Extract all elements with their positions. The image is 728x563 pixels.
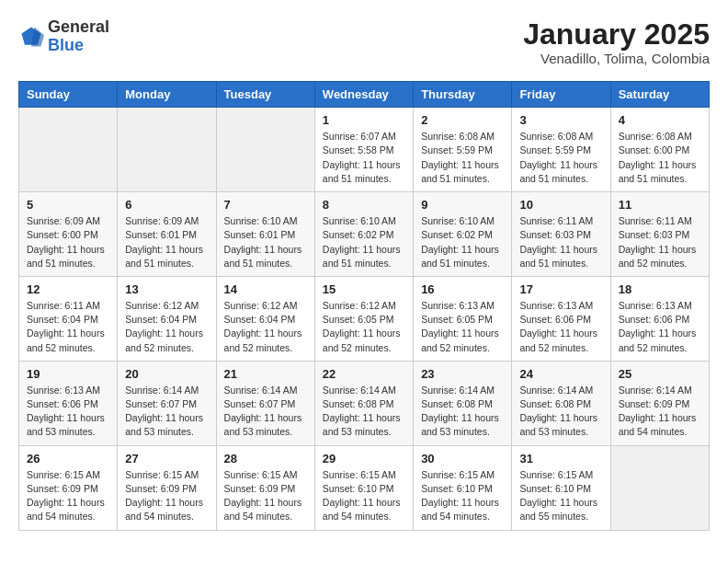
day-info: Sunrise: 6:08 AM Sunset: 6:00 PM Dayligh…: [619, 130, 701, 186]
day-number: 12: [27, 282, 109, 296]
calendar-week-row: 12Sunrise: 6:11 AM Sunset: 6:04 PM Dayli…: [19, 276, 710, 361]
day-info: Sunrise: 6:13 AM Sunset: 6:06 PM Dayligh…: [27, 384, 109, 440]
calendar-cell: 11Sunrise: 6:11 AM Sunset: 6:03 PM Dayli…: [610, 192, 709, 277]
day-info: Sunrise: 6:10 AM Sunset: 6:01 PM Dayligh…: [224, 214, 307, 270]
calendar-cell: [610, 445, 709, 530]
day-number: 3: [519, 113, 602, 127]
calendar-cell: 4Sunrise: 6:08 AM Sunset: 6:00 PM Daylig…: [610, 108, 709, 192]
calendar-cell: 9Sunrise: 6:10 AM Sunset: 6:02 PM Daylig…: [414, 192, 512, 277]
day-number: 20: [125, 367, 208, 381]
day-info: Sunrise: 6:08 AM Sunset: 5:59 PM Dayligh…: [519, 130, 602, 186]
day-header-thursday: Thursday: [414, 82, 512, 108]
day-number: 4: [619, 113, 701, 127]
calendar-cell: 20Sunrise: 6:14 AM Sunset: 6:07 PM Dayli…: [118, 361, 216, 445]
day-info: Sunrise: 6:13 AM Sunset: 6:06 PM Dayligh…: [619, 299, 701, 355]
day-number: 23: [421, 367, 504, 381]
day-info: Sunrise: 6:10 AM Sunset: 6:02 PM Dayligh…: [421, 214, 504, 270]
day-info: Sunrise: 6:14 AM Sunset: 6:08 PM Dayligh…: [323, 384, 405, 440]
day-info: Sunrise: 6:13 AM Sunset: 6:05 PM Dayligh…: [421, 299, 504, 355]
day-info: Sunrise: 6:15 AM Sunset: 6:10 PM Dayligh…: [421, 468, 504, 524]
day-info: Sunrise: 6:11 AM Sunset: 6:04 PM Dayligh…: [27, 299, 109, 355]
logo-blue-text: Blue: [48, 36, 84, 54]
calendar-cell: 16Sunrise: 6:13 AM Sunset: 6:05 PM Dayli…: [414, 276, 512, 361]
day-number: 26: [27, 452, 109, 465]
calendar-cell: 7Sunrise: 6:10 AM Sunset: 6:01 PM Daylig…: [216, 192, 314, 277]
day-info: Sunrise: 6:11 AM Sunset: 6:03 PM Dayligh…: [619, 214, 701, 270]
calendar-week-row: 19Sunrise: 6:13 AM Sunset: 6:06 PM Dayli…: [19, 361, 710, 445]
day-number: 25: [619, 367, 701, 381]
day-number: 2: [421, 113, 504, 127]
day-number: 28: [224, 452, 307, 465]
day-number: 5: [27, 198, 109, 212]
calendar-week-row: 26Sunrise: 6:15 AM Sunset: 6:09 PM Dayli…: [19, 445, 710, 530]
calendar-cell: 31Sunrise: 6:15 AM Sunset: 6:10 PM Dayli…: [512, 445, 610, 530]
day-number: 19: [27, 367, 109, 381]
day-header-sunday: Sunday: [19, 82, 118, 108]
day-header-saturday: Saturday: [610, 82, 709, 108]
day-info: Sunrise: 6:10 AM Sunset: 6:02 PM Dayligh…: [323, 214, 405, 270]
logo-icon: [18, 24, 44, 50]
calendar-week-row: 1Sunrise: 6:07 AM Sunset: 5:58 PM Daylig…: [19, 108, 710, 192]
calendar-cell: 19Sunrise: 6:13 AM Sunset: 6:06 PM Dayli…: [19, 361, 118, 445]
calendar-cell: 13Sunrise: 6:12 AM Sunset: 6:04 PM Dayli…: [118, 276, 216, 361]
page-header: General Blue January 2025 Venadillo, Tol…: [18, 18, 710, 66]
day-info: Sunrise: 6:14 AM Sunset: 6:09 PM Dayligh…: [619, 384, 701, 440]
calendar-cell: 30Sunrise: 6:15 AM Sunset: 6:10 PM Dayli…: [414, 445, 512, 530]
day-number: 8: [323, 198, 405, 212]
calendar-cell: [216, 108, 314, 192]
day-info: Sunrise: 6:09 AM Sunset: 6:01 PM Dayligh…: [125, 214, 208, 270]
day-number: 31: [519, 452, 602, 465]
calendar-cell: 22Sunrise: 6:14 AM Sunset: 6:08 PM Dayli…: [314, 361, 413, 445]
day-number: 24: [519, 367, 602, 381]
calendar-cell: 25Sunrise: 6:14 AM Sunset: 6:09 PM Dayli…: [610, 361, 709, 445]
day-info: Sunrise: 6:13 AM Sunset: 6:06 PM Dayligh…: [519, 299, 602, 355]
day-info: Sunrise: 6:14 AM Sunset: 6:07 PM Dayligh…: [224, 384, 307, 440]
calendar-cell: 6Sunrise: 6:09 AM Sunset: 6:01 PM Daylig…: [118, 192, 216, 277]
day-info: Sunrise: 6:14 AM Sunset: 6:08 PM Dayligh…: [421, 384, 504, 440]
calendar-cell: 26Sunrise: 6:15 AM Sunset: 6:09 PM Dayli…: [19, 445, 118, 530]
day-info: Sunrise: 6:15 AM Sunset: 6:09 PM Dayligh…: [125, 468, 208, 524]
day-info: Sunrise: 6:12 AM Sunset: 6:05 PM Dayligh…: [323, 299, 405, 355]
calendar-cell: [19, 108, 118, 192]
day-number: 17: [519, 282, 602, 296]
day-info: Sunrise: 6:12 AM Sunset: 6:04 PM Dayligh…: [224, 299, 307, 355]
days-header-row: SundayMondayTuesdayWednesdayThursdayFrid…: [19, 82, 710, 108]
day-number: 16: [421, 282, 504, 296]
day-number: 6: [125, 198, 208, 212]
calendar-cell: 12Sunrise: 6:11 AM Sunset: 6:04 PM Dayli…: [19, 276, 118, 361]
calendar-cell: 21Sunrise: 6:14 AM Sunset: 6:07 PM Dayli…: [216, 361, 314, 445]
day-number: 1: [323, 113, 405, 127]
day-header-monday: Monday: [118, 82, 216, 108]
calendar-cell: 27Sunrise: 6:15 AM Sunset: 6:09 PM Dayli…: [118, 445, 216, 530]
calendar-cell: 8Sunrise: 6:10 AM Sunset: 6:02 PM Daylig…: [314, 192, 413, 277]
calendar-cell: 29Sunrise: 6:15 AM Sunset: 6:10 PM Dayli…: [314, 445, 413, 530]
logo-general-text: General: [48, 17, 109, 36]
calendar-cell: 18Sunrise: 6:13 AM Sunset: 6:06 PM Dayli…: [610, 276, 709, 361]
calendar-cell: 15Sunrise: 6:12 AM Sunset: 6:05 PM Dayli…: [314, 276, 413, 361]
calendar-cell: 3Sunrise: 6:08 AM Sunset: 5:59 PM Daylig…: [512, 108, 610, 192]
logo: General Blue: [18, 18, 109, 55]
day-info: Sunrise: 6:15 AM Sunset: 6:09 PM Dayligh…: [224, 468, 307, 524]
day-number: 27: [125, 452, 208, 465]
day-info: Sunrise: 6:14 AM Sunset: 6:08 PM Dayligh…: [519, 384, 602, 440]
day-number: 21: [224, 367, 307, 381]
day-info: Sunrise: 6:09 AM Sunset: 6:00 PM Dayligh…: [27, 214, 109, 270]
day-number: 15: [323, 282, 405, 296]
day-number: 11: [619, 198, 701, 212]
calendar-cell: 1Sunrise: 6:07 AM Sunset: 5:58 PM Daylig…: [314, 108, 413, 192]
day-number: 29: [323, 452, 405, 465]
month-title: January 2025: [523, 18, 710, 51]
day-info: Sunrise: 6:15 AM Sunset: 6:10 PM Dayligh…: [519, 468, 602, 524]
location-subtitle: Venadillo, Tolima, Colombia: [523, 51, 710, 66]
day-info: Sunrise: 6:07 AM Sunset: 5:58 PM Dayligh…: [323, 130, 405, 186]
day-header-tuesday: Tuesday: [216, 82, 314, 108]
calendar-cell: 2Sunrise: 6:08 AM Sunset: 5:59 PM Daylig…: [414, 108, 512, 192]
title-block: January 2025 Venadillo, Tolima, Colombia: [523, 18, 710, 66]
day-info: Sunrise: 6:08 AM Sunset: 5:59 PM Dayligh…: [421, 130, 504, 186]
calendar-cell: [118, 108, 216, 192]
calendar-cell: 23Sunrise: 6:14 AM Sunset: 6:08 PM Dayli…: [414, 361, 512, 445]
calendar-week-row: 5Sunrise: 6:09 AM Sunset: 6:00 PM Daylig…: [19, 192, 710, 277]
calendar-cell: 14Sunrise: 6:12 AM Sunset: 6:04 PM Dayli…: [216, 276, 314, 361]
day-header-wednesday: Wednesday: [314, 82, 413, 108]
calendar-cell: 24Sunrise: 6:14 AM Sunset: 6:08 PM Dayli…: [512, 361, 610, 445]
